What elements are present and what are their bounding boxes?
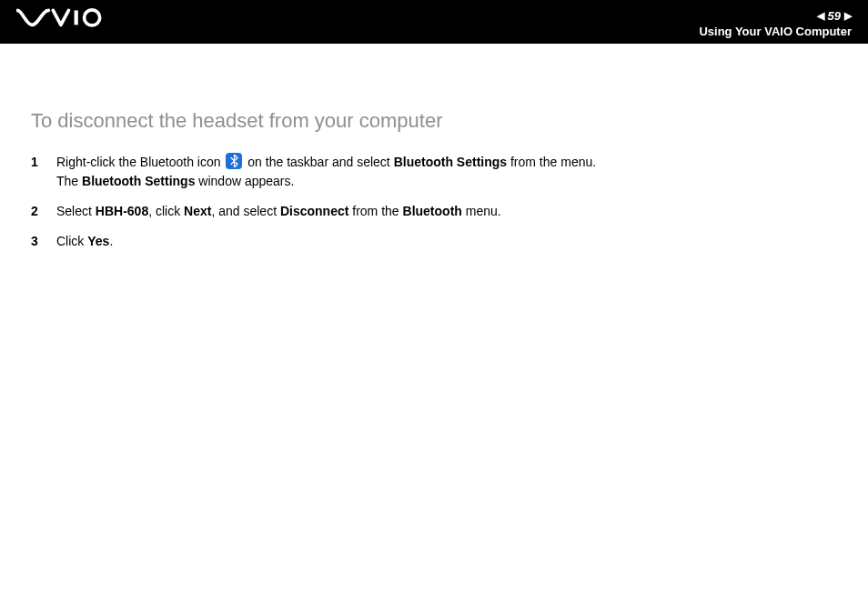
page-header: ◀ 59 ▶ Using Your VAIO Computer [0, 0, 868, 44]
step-text: on the taskbar and select [244, 155, 393, 169]
step-text: Right-click the Bluetooth icon [56, 155, 224, 169]
step-bold: HBH-608 [96, 204, 148, 218]
page-navigator: ◀ 59 ▶ [817, 9, 852, 23]
step-text: , click [148, 204, 184, 218]
prev-page-arrow-icon[interactable]: ◀ [817, 11, 824, 21]
step-bold: Next [184, 204, 211, 218]
step-bold: Yes [87, 234, 109, 248]
step-text: from the [348, 204, 402, 218]
steps-list: Right-click the Bluetooth icon on the ta… [31, 153, 837, 251]
step-bold: Bluetooth [403, 204, 462, 218]
step-text: Click [56, 234, 87, 248]
step-bold: Bluetooth Settings [394, 155, 507, 169]
step-bold: Disconnect [280, 204, 348, 218]
svg-rect-0 [75, 10, 78, 25]
step-bold: Bluetooth Settings [82, 174, 195, 188]
header-right: ◀ 59 ▶ Using Your VAIO Computer [699, 9, 852, 38]
step-text: Select [56, 204, 96, 218]
step-item: Select HBH-608, click Next, and select D… [31, 202, 837, 221]
vaio-logo [16, 0, 106, 38]
step-item: Right-click the Bluetooth icon on the ta… [31, 153, 837, 191]
step-text: . [109, 234, 113, 248]
section-title: Using Your VAIO Computer [699, 25, 852, 38]
next-page-arrow-icon[interactable]: ▶ [844, 11, 852, 21]
page-number: 59 [828, 9, 841, 23]
step-text: from the menu. [507, 155, 596, 169]
step-text: , and select [211, 204, 280, 218]
step-text: The [56, 174, 82, 188]
page-content: To disconnect the headset from your comp… [0, 44, 868, 251]
step-item: Click Yes. [31, 232, 837, 251]
step-text: menu. [462, 204, 501, 218]
svg-point-1 [85, 10, 100, 25]
page-heading: To disconnect the headset from your comp… [31, 109, 837, 133]
bluetooth-icon [226, 153, 242, 169]
step-text: window appears. [195, 174, 294, 188]
